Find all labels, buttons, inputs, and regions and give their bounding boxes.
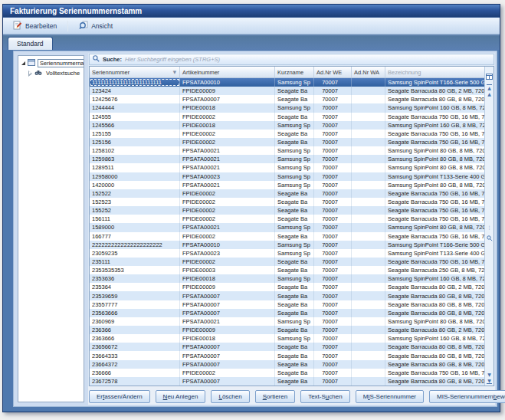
table-cell: Samsung Sp: [275, 155, 314, 163]
table-row[interactable]: 155252FPIDE00002Seagate Ba70007Seagate B…: [90, 206, 484, 215]
table-cell: Seagate Ba: [275, 283, 314, 291]
table-row[interactable]: 2363666FPIDE00018Samsung Sp70007Samsung …: [90, 334, 484, 343]
sort-descending-icon[interactable]: ▼: [173, 70, 176, 74]
table-cell: Samsung Sp: [275, 317, 314, 326]
table-row[interactable]: 23557777FPSATA00007Seagate Ba70007Seagat…: [90, 300, 484, 309]
table-cell: 70007: [314, 198, 352, 206]
sortieren-button[interactable]: Sortieren: [255, 390, 295, 403]
column-header-artikelnummer[interactable]: Artikelnummer: [180, 67, 275, 77]
column-header-seriennummer[interactable]: Seriennummer ▼: [90, 67, 180, 77]
table-cell: 235111: [90, 258, 180, 266]
table-cell: 23563666: [90, 309, 180, 317]
tree-item-volltextsuche[interactable]: Volltextsuche: [18, 68, 84, 78]
table-cell: Seagate Ba: [275, 377, 314, 386]
scroll-to-top-button[interactable]: ▲: [487, 84, 492, 90]
table-row[interactable]: 1420000FPSATA00021Samsung Sp70007Samsung…: [90, 181, 484, 189]
table-row[interactable]: 152522FPIDE00002Seagate Ba70007Seagate B…: [90, 189, 484, 198]
main-toolbar: Bearbeiten Ansicht: [3, 18, 500, 34]
table-row[interactable]: 23563666FPSATA00007Seagate Ba70007Seagat…: [90, 309, 484, 317]
table-cell: FPIDE00002: [180, 206, 275, 215]
scroll-to-bottom-button[interactable]: ▼: [487, 378, 492, 384]
table-row[interactable]: 2222222222222222222222FPSATA00010Samsung…: [90, 241, 484, 249]
table-row[interactable]: 23664333FPSATA00007Seagate Ba70007Seagat…: [90, 351, 484, 359]
table-row[interactable]: 2353535353FPIDE00003Seagate Ba70007Seaga…: [90, 266, 484, 274]
table-row[interactable]: 1244444FPIDE00018Samsung Sp70007Samsung …: [90, 103, 484, 112]
table-row[interactable]: 1259863FPSATA00021Samsung Sp70007Samsung…: [90, 155, 484, 163]
table-cell: FPSATA00021: [180, 317, 275, 326]
table-row[interactable]: 1245566FPIDE00018Samsung Sp70007Samsung …: [90, 121, 484, 130]
table-cell: Samsung Sp: [275, 163, 314, 172]
table-cell: 124555: [90, 113, 180, 121]
table-row[interactable]: 236366FPIDE00009Seagate Ba70007Seagate B…: [90, 326, 484, 334]
bearbeiten-menu-button[interactable]: Bearbeiten: [8, 18, 62, 34]
table-row[interactable]: 1289511FPSATA00021Samsung Sp70007Samsung…: [90, 163, 484, 172]
table-row[interactable]: 156111FPIDE00002Seagate Ba70007Seagate B…: [90, 215, 484, 223]
mis-seriennummernbewegungen-button[interactable]: MIS-Seriennummernbewegungen: [429, 390, 505, 403]
button-bar: Erfassen/ÄndernNeu AnlegenLöschenSortier…: [88, 386, 495, 405]
table-cell: Seagate Ba: [275, 232, 314, 241]
table-row[interactable]: 2353636FPIDE00018Samsung Sp70007Samsung …: [90, 274, 484, 283]
erfassen-aendern-button[interactable]: Erfassen/Ändern: [89, 390, 150, 403]
column-header-adnr-wa[interactable]: Ad.Nr WA: [352, 67, 385, 77]
column-header-adnr-we[interactable]: Ad.Nr WE: [314, 67, 352, 77]
table-row[interactable]: 2360969FPSATA00021Samsung Sp70007Samsung…: [90, 317, 484, 326]
neu-anlegen-button[interactable]: Neu Anlegen: [156, 390, 206, 403]
scroll-down-button[interactable]: ▼: [485, 371, 494, 378]
expanded-node-icon[interactable]: [21, 61, 25, 65]
column-header-kurzname[interactable]: Kurzname: [275, 67, 314, 77]
tree-item-seriennummernauswahl[interactable]: Seriennummernauswahl: [18, 58, 84, 68]
text-suchen-button[interactable]: Text-Suchen: [300, 390, 349, 403]
binoculars-icon: [34, 70, 42, 77]
table-cell: Samsung SpinPoint 160 GB, 8 MB, 7200: [385, 274, 484, 283]
table-cell: Seagate Barracuda 750 GB, 16 MB, 7200: [385, 232, 484, 241]
table-row[interactable]: 23539659FPSATA00007Seagate Ba70007Seagat…: [90, 291, 484, 300]
table-row[interactable]: 12425676FPSATA00007Seagate Ba70007Seagat…: [90, 95, 484, 103]
table-cell: Samsung SpinPoint 80 GB, 8 MB, 7200, S-A: [385, 155, 484, 163]
tab-standard[interactable]: Standard: [8, 37, 53, 50]
table-cell: 236366: [90, 326, 180, 334]
table-cell: Seagate Barracuda 80 GB, 8 MB, 7200, NC: [385, 95, 484, 103]
table-row[interactable]: 166777FPIDE00002Seagate Ba70007Seagate B…: [90, 232, 484, 241]
column-chooser-icon[interactable]: [486, 69, 493, 83]
table-cell: FPIDE00018: [180, 121, 275, 130]
table-row[interactable]: 125156FPIDE00002Seagate Ba70007Seagate B…: [90, 138, 484, 146]
table-row[interactable]: 123424FPIDE00009Seagate Ba70007Seagate B…: [90, 87, 484, 95]
table-cell: 155252: [90, 206, 180, 215]
collapsed-node-icon[interactable]: [28, 71, 32, 77]
table-row[interactable]: 1589000FPSATA00021Samsung Sp70007Samsung…: [90, 223, 484, 231]
row-search-icon[interactable]: [487, 231, 493, 244]
table-row[interactable]: 23672578FPSATA00007Seagate Ba70007Seagat…: [90, 377, 484, 386]
bearbeiten-label: Bearbeiten: [25, 22, 57, 30]
table-row[interactable]: 23664372FPSATA00007Seagate Ba70007Seagat…: [90, 360, 484, 369]
table-row[interactable]: 23656672FPSATA00007Seagate Ba70007Seagat…: [90, 343, 484, 351]
table-cell: FPSATA00010: [180, 78, 275, 87]
scrollbar-grip-icon[interactable]: ⋮: [485, 224, 494, 231]
table-row[interactable]: 1111111111111111111111111FPSATA00010Sams…: [90, 78, 484, 87]
table-cell: FPSATA00007: [180, 291, 275, 300]
table-row[interactable]: 235111FPIDE00002Seagate Ba70007Seagate B…: [90, 258, 484, 266]
column-header-bezeichnung[interactable]: Bezeichnung: [385, 67, 484, 77]
table-row[interactable]: 236666FPIDE00002Seagate Ba70007Seagate B…: [90, 369, 484, 377]
table-cell: 70007: [314, 377, 352, 386]
mis-seriennummer-button[interactable]: MIS-Seriennummer: [356, 390, 424, 403]
table-row[interactable]: 235364FPIDE00009Seagate Ba70007Seagate B…: [90, 283, 484, 291]
table-cell: Seagate Barracuda 80 GB, 8 MB, 7200, NC: [385, 300, 484, 309]
table-cell: 70007: [314, 215, 352, 223]
table-row[interactable]: 125155FPIDE00002Seagate Ba70007Seagate B…: [90, 130, 484, 138]
table-cell: [352, 163, 385, 172]
table-cell: Seagate Ba: [275, 326, 314, 334]
table-cell: Seagate Barracuda 250 GB, 8 MB, 7200: [385, 266, 484, 274]
table-row[interactable]: 23059235FPSATA00023Samsung Sp70007Samsun…: [90, 249, 484, 258]
table-row[interactable]: 12958000FPSATA00023Samsung Sp70007Samsun…: [90, 172, 484, 181]
table-cell: 23656672: [90, 343, 180, 351]
ansicht-menu-button[interactable]: Ansicht: [74, 18, 118, 34]
table-cell: 70007: [314, 223, 352, 231]
loeschen-button[interactable]: Löschen: [211, 390, 249, 403]
table-cell: Seagate Barracuda 750 GB, 16 MB, 7200: [385, 206, 484, 215]
search-input[interactable]: Suche: Hier Suchbegriff eingeben (STRG+S…: [89, 54, 494, 65]
scroll-up-button[interactable]: ▲: [485, 90, 494, 97]
table-cell: Seagate Barracuda 750 GB, 16 MB, 7200: [385, 215, 484, 223]
table-row[interactable]: 124555FPIDE00002Seagate Ba70007Seagate B…: [90, 113, 484, 121]
table-row[interactable]: 1258102FPSATA00021Samsung Sp70007Samsung…: [90, 146, 484, 155]
table-row[interactable]: 152523FPIDE00002Seagate Ba70007Seagate B…: [90, 198, 484, 206]
